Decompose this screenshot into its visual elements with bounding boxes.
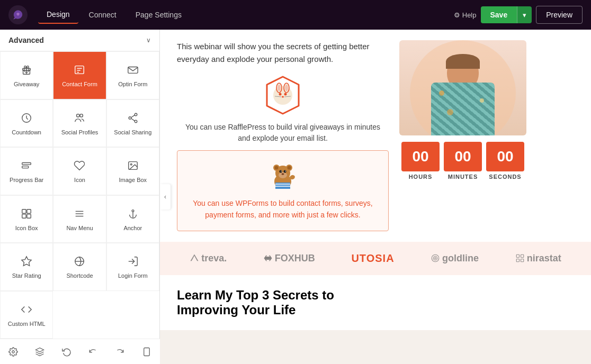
- canvas-area: ‹ This webinar will show you the secrets…: [160, 30, 591, 364]
- svg-rect-67: [516, 255, 519, 258]
- widget-star-rating[interactable]: Star Rating: [0, 243, 53, 291]
- svg-rect-70: [521, 259, 523, 262]
- logos-section: treva. FOXHUB UTOSIA goldline: [160, 242, 591, 275]
- bars-icon: [19, 158, 34, 173]
- svg-point-44: [284, 93, 287, 96]
- logo-treva-text: treva.: [201, 253, 227, 264]
- svg-rect-23: [27, 214, 31, 218]
- svg-rect-17: [22, 166, 29, 168]
- help-button[interactable]: ⚙ Help: [454, 11, 477, 19]
- widget-anchor[interactable]: Anchor: [106, 195, 159, 243]
- logo-nirastat: nirastat: [515, 253, 561, 264]
- svg-point-12: [129, 116, 131, 119]
- svg-marker-34: [36, 348, 44, 352]
- widget-login-form-label: Login Form: [118, 272, 148, 279]
- svg-line-15: [131, 119, 135, 121]
- logo-goldline: goldline: [431, 253, 479, 264]
- sidebar-header: Advanced ∨: [0, 30, 159, 51]
- svg-rect-21: [27, 209, 31, 213]
- widget-custom-html[interactable]: Custom HTML: [0, 291, 53, 339]
- sidebar-title: Advanced: [8, 36, 44, 44]
- undo-button[interactable]: [84, 343, 102, 361]
- wpforms-text: You can use WPForms to build contact for…: [187, 197, 379, 221]
- webinar-section: This webinar will show you the secrets o…: [160, 30, 591, 242]
- widget-icon-box[interactable]: Icon Box: [0, 195, 53, 243]
- logo-nirastat-text: nirastat: [527, 253, 561, 264]
- save-dropdown-button[interactable]: ▾: [517, 6, 532, 23]
- svg-point-56: [288, 166, 291, 170]
- widget-optin-form-label: Optin Form: [118, 80, 147, 88]
- widget-shortcode-label: Shortcode: [66, 272, 93, 279]
- sidebar: Advanced ∨ Giveaway: [0, 30, 160, 364]
- widget-icon-box-label: Icon Box: [15, 224, 38, 232]
- widget-giveaway[interactable]: Giveaway: [0, 51, 53, 99]
- app-logo: [8, 5, 28, 24]
- raffle-description: You can use RafflePress to build viral g…: [177, 122, 389, 144]
- layers-button[interactable]: [31, 343, 49, 361]
- nav-right-actions: ⚙ Help Save ▾ Preview: [454, 6, 583, 24]
- raffle-logo-area: You can use RafflePress to build viral g…: [177, 74, 389, 144]
- countdown-hours-label: HOURS: [401, 174, 440, 180]
- svg-rect-16: [22, 163, 31, 165]
- widget-progress-bar[interactable]: Progress Bar: [0, 147, 53, 195]
- svg-point-9: [77, 114, 80, 117]
- right-panel: 00 HOURS 00 MINUTES 00 SECONDS: [399, 40, 526, 180]
- widget-login-form[interactable]: Login Form: [106, 243, 159, 291]
- tab-connect[interactable]: Connect: [80, 6, 125, 24]
- widget-shortcode[interactable]: Shortcode: [53, 243, 106, 291]
- wpforms-mascot: [267, 160, 299, 192]
- widget-custom-html-label: Custom HTML: [8, 320, 46, 327]
- svg-point-61: [285, 171, 286, 172]
- preview-button[interactable]: Preview: [536, 6, 583, 24]
- svg-point-27: [132, 210, 134, 212]
- save-button[interactable]: Save: [481, 6, 517, 23]
- svg-rect-3: [75, 66, 84, 74]
- sidebar-collapse-icon[interactable]: ∨: [146, 37, 151, 44]
- widget-progress-bar-label: Progress Bar: [10, 176, 43, 184]
- people-icon: [72, 111, 87, 125]
- countdown-minutes-value: 00: [444, 142, 482, 171]
- widget-countdown[interactable]: Countdown: [0, 99, 53, 148]
- tab-design[interactable]: Design: [38, 6, 78, 24]
- wp-icon: [72, 254, 87, 269]
- widget-contact-form-label: Contact Form: [62, 80, 97, 88]
- logo-utosia: UTOSIA: [351, 252, 394, 265]
- widget-social-sharing[interactable]: Social Sharing: [106, 99, 159, 148]
- svg-rect-49: [275, 183, 290, 189]
- star-icon: [19, 254, 34, 269]
- svg-point-65: [433, 257, 437, 261]
- tab-page-settings[interactable]: Page Settings: [127, 6, 190, 24]
- svg-point-59: [284, 170, 286, 173]
- svg-point-66: [435, 258, 436, 259]
- nav-tab-group: Design Connect Page Settings: [38, 6, 450, 24]
- mobile-view-button[interactable]: [138, 343, 156, 361]
- bottom-toolbar: [0, 339, 160, 364]
- svg-point-41: [277, 85, 281, 91]
- svg-point-33: [12, 350, 15, 353]
- history-button[interactable]: [58, 343, 76, 361]
- svg-point-57: [279, 172, 287, 178]
- widget-social-profiles[interactable]: Social Profiles: [53, 99, 106, 148]
- svg-point-19: [130, 163, 132, 165]
- svg-point-64: [432, 255, 439, 262]
- widget-nav-menu[interactable]: Nav Menu: [53, 195, 106, 243]
- form-icon: [72, 62, 87, 77]
- redo-button[interactable]: [111, 343, 129, 361]
- webinar-text: This webinar will show you the secrets o…: [177, 40, 389, 66]
- widget-image-box[interactable]: Image Box: [106, 147, 159, 195]
- settings-button[interactable]: [4, 343, 22, 361]
- bottom-section: Learn My Top 3 Secrets to Improving Your…: [160, 275, 591, 330]
- svg-point-10: [80, 114, 83, 117]
- anchor-icon: [126, 206, 140, 221]
- widget-icon-label: Icon: [74, 176, 85, 184]
- svg-rect-68: [521, 255, 523, 258]
- logo-foxhub-text: FOXHUB: [275, 253, 315, 264]
- widget-icon[interactable]: Icon: [53, 147, 106, 195]
- sidebar-collapse-handle[interactable]: ‹: [160, 184, 171, 210]
- logo-treva: treva.: [190, 253, 227, 264]
- widget-optin-form[interactable]: Optin Form: [106, 51, 159, 99]
- widget-contact-form[interactable]: Contact Form: [53, 51, 106, 99]
- person-photo: [399, 40, 526, 135]
- svg-point-45: [282, 96, 284, 98]
- bottom-heading: Learn My Top 3 Secrets to Improving Your…: [177, 288, 334, 317]
